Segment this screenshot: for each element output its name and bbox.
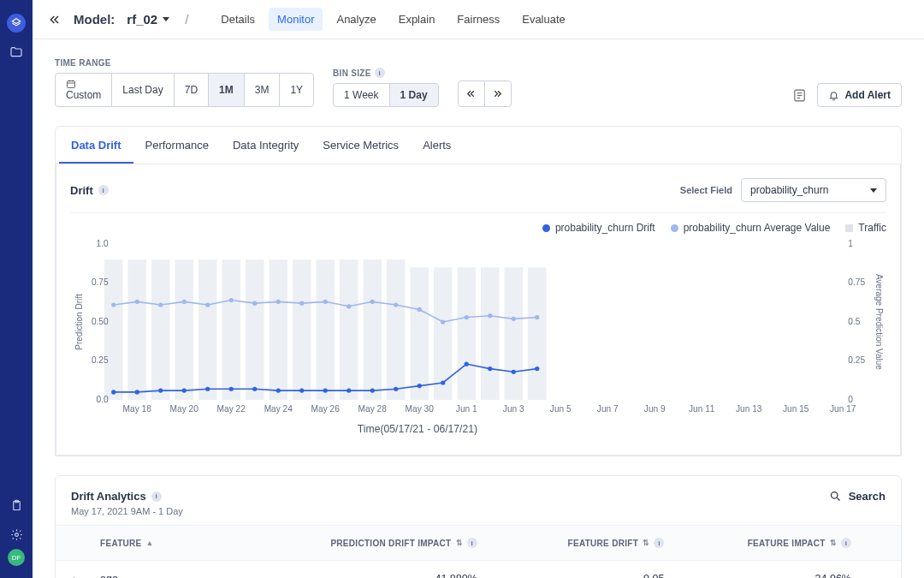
col-feature-impact[interactable]: FEATURE IMPACT ⇅ i bbox=[698, 538, 886, 548]
svg-point-72 bbox=[418, 384, 422, 388]
table-row[interactable]: age 41.880% 0.05 34.96% bbox=[56, 561, 901, 578]
time-range-picker: CustomLast Day7D1M3M1Y bbox=[55, 73, 314, 107]
info-icon[interactable]: i bbox=[98, 185, 109, 195]
svg-text:0.25: 0.25 bbox=[92, 356, 109, 366]
svg-text:May 24: May 24 bbox=[264, 404, 293, 414]
info-icon[interactable]: i bbox=[841, 538, 851, 548]
svg-point-2 bbox=[15, 533, 18, 536]
nav-details[interactable]: Details bbox=[212, 8, 264, 31]
info-icon[interactable]: i bbox=[654, 538, 664, 548]
chevron-down-icon bbox=[163, 17, 169, 21]
svg-rect-26 bbox=[458, 267, 476, 400]
col-prediction-drift-impact[interactable]: PREDICTION DRIFT IMPACT ⇅ i bbox=[324, 538, 512, 548]
svg-text:Jun 13: Jun 13 bbox=[736, 404, 762, 414]
svg-text:Jun 5: Jun 5 bbox=[550, 404, 572, 414]
svg-point-77 bbox=[535, 366, 539, 371]
time-range-1m[interactable]: 1M bbox=[208, 73, 245, 107]
svg-point-94 bbox=[488, 313, 492, 318]
svg-point-83 bbox=[229, 298, 234, 302]
info-icon[interactable]: i bbox=[375, 68, 385, 78]
svg-point-76 bbox=[512, 370, 516, 374]
model-selector[interactable]: rf_02 bbox=[127, 12, 169, 27]
chart-legend: probability_churn Drift probability_chur… bbox=[70, 213, 886, 239]
subtab-alerts[interactable]: Alerts bbox=[411, 127, 463, 164]
nav-monitor[interactable]: Monitor bbox=[269, 8, 323, 31]
time-range-3m[interactable]: 3M bbox=[244, 73, 281, 107]
projects-icon[interactable] bbox=[7, 43, 26, 62]
svg-point-90 bbox=[394, 302, 398, 307]
clipboard-icon[interactable] bbox=[7, 496, 26, 515]
svg-text:Jun 3: Jun 3 bbox=[503, 404, 524, 414]
svg-point-79 bbox=[135, 300, 139, 304]
svg-point-67 bbox=[299, 388, 304, 392]
svg-text:Jun 11: Jun 11 bbox=[689, 404, 715, 414]
svg-point-87 bbox=[323, 300, 328, 304]
svg-point-64 bbox=[229, 387, 234, 391]
subtab-performance[interactable]: Performance bbox=[133, 127, 221, 164]
nav-analyze[interactable]: Analyze bbox=[328, 8, 384, 31]
time-range-custom[interactable]: Custom bbox=[55, 73, 112, 107]
svg-rect-12 bbox=[128, 259, 146, 400]
time-range-1y[interactable]: 1Y bbox=[279, 73, 314, 107]
svg-point-60 bbox=[135, 390, 139, 394]
subtab-service-metrics[interactable]: Service Metrics bbox=[311, 127, 411, 164]
analytics-table-header: FEATURE ▲ PREDICTION DRIFT IMPACT ⇅ i FE… bbox=[56, 525, 901, 561]
info-icon[interactable]: i bbox=[151, 492, 162, 502]
svg-point-69 bbox=[346, 388, 351, 392]
svg-point-62 bbox=[182, 388, 187, 392]
svg-rect-17 bbox=[246, 259, 264, 400]
svg-text:Jun 1: Jun 1 bbox=[456, 404, 477, 414]
bin-1-day[interactable]: 1 Day bbox=[389, 83, 439, 107]
svg-rect-13 bbox=[151, 259, 169, 400]
pager-next-button[interactable] bbox=[484, 80, 512, 107]
gear-icon[interactable] bbox=[7, 525, 26, 544]
col-feature[interactable]: FEATURE ▲ bbox=[100, 539, 324, 548]
back-double-chevron-icon[interactable] bbox=[48, 13, 62, 27]
drift-analytics-title: Drift Analytics i bbox=[71, 490, 183, 503]
svg-rect-20 bbox=[317, 259, 335, 400]
info-icon[interactable]: i bbox=[467, 538, 477, 548]
svg-point-82 bbox=[205, 302, 210, 307]
svg-text:Jun 7: Jun 7 bbox=[597, 404, 619, 414]
drift-chart: 0.00.250.500.751.000.250.50.751May 18May… bbox=[70, 239, 886, 436]
add-alert-button[interactable]: Add Alert bbox=[817, 83, 902, 107]
time-range-last-day[interactable]: Last Day bbox=[111, 73, 174, 107]
nav-evaluate[interactable]: Evaluate bbox=[513, 8, 574, 31]
svg-text:Jun 9: Jun 9 bbox=[644, 404, 666, 414]
svg-text:Jun 17: Jun 17 bbox=[830, 404, 856, 414]
svg-rect-28 bbox=[505, 267, 523, 400]
svg-text:1.0: 1.0 bbox=[97, 239, 109, 248]
svg-point-89 bbox=[370, 300, 375, 304]
svg-point-59 bbox=[111, 390, 116, 394]
svg-point-91 bbox=[418, 307, 422, 312]
svg-rect-18 bbox=[270, 259, 287, 400]
svg-point-86 bbox=[299, 301, 304, 306]
svg-point-81 bbox=[182, 300, 187, 304]
svg-text:Time(05/17/21 - 06/17/21): Time(05/17/21 - 06/17/21) bbox=[358, 423, 477, 435]
svg-point-93 bbox=[465, 315, 469, 319]
cell-fd: 0.05 bbox=[512, 573, 699, 578]
subtab-data-drift[interactable]: Data Drift bbox=[59, 127, 133, 164]
pager-prev-button[interactable] bbox=[458, 80, 485, 107]
nav-fairness[interactable]: Fairness bbox=[448, 8, 508, 31]
field-dropdown[interactable]: probability_churn bbox=[741, 178, 886, 202]
svg-text:Prediction Drift: Prediction Drift bbox=[74, 294, 84, 350]
model-label: Model: bbox=[74, 12, 115, 27]
search-icon bbox=[829, 490, 842, 503]
col-feature-drift[interactable]: FEATURE DRIFT ⇅ i bbox=[512, 538, 699, 548]
svg-point-73 bbox=[441, 380, 445, 384]
bell-icon bbox=[828, 90, 839, 101]
time-range-7d[interactable]: 7D bbox=[174, 73, 209, 107]
logo-icon[interactable] bbox=[7, 14, 26, 33]
calendar-icon bbox=[66, 79, 76, 89]
subtab-data-integrity[interactable]: Data Integrity bbox=[221, 127, 311, 164]
avatar[interactable]: DF bbox=[8, 549, 25, 566]
svg-point-96 bbox=[535, 315, 539, 319]
bin-1-week[interactable]: 1 Week bbox=[333, 83, 389, 107]
svg-point-88 bbox=[346, 304, 351, 308]
model-id-icon[interactable] bbox=[792, 88, 807, 103]
cell-fi: 34.96% bbox=[698, 573, 886, 578]
nav-explain[interactable]: Explain bbox=[390, 8, 444, 31]
svg-text:Average Prediction Value: Average Prediction Value bbox=[874, 274, 884, 370]
search-button[interactable]: Search bbox=[829, 490, 886, 503]
